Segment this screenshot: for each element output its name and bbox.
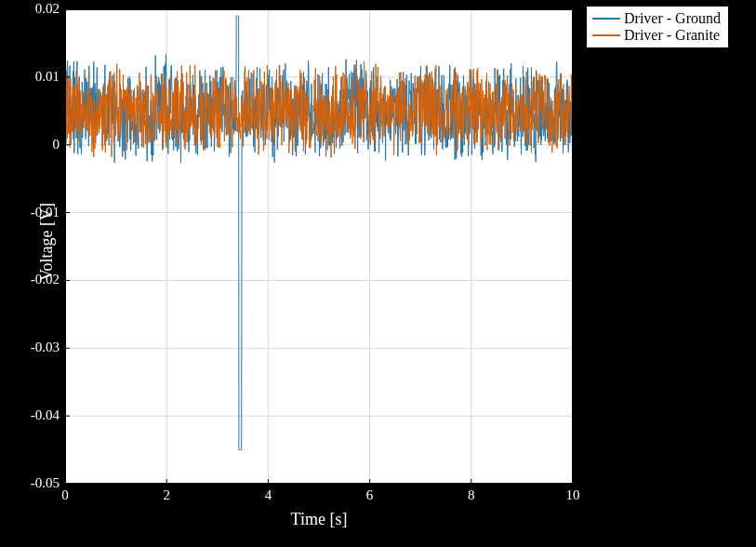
legend-label: Driver - Granite: [624, 27, 720, 44]
legend-item-1: Driver - Granite: [592, 27, 721, 44]
y-tick-label: -0.05: [7, 475, 60, 491]
legend-swatch-icon: [592, 18, 620, 20]
x-tick-label: 6: [366, 487, 374, 503]
legend: Driver - Ground Driver - Granite: [586, 6, 729, 48]
x-tick-label: 8: [468, 487, 475, 503]
legend-item-0: Driver - Ground: [592, 10, 721, 27]
y-tick-label: 0.01: [7, 69, 60, 85]
x-tick-label: 4: [265, 487, 272, 503]
y-axis-label: Voltage [V]: [37, 203, 57, 281]
x-axis-label: Time [s]: [65, 510, 573, 529]
gridlines: [65, 9, 573, 484]
x-tick-label: 0: [61, 487, 69, 503]
y-tick-label: 0.02: [7, 1, 60, 17]
plot-area: [65, 9, 573, 484]
plot-svg: [65, 9, 573, 484]
legend-label: Driver - Ground: [624, 10, 721, 27]
svg-rect-14: [66, 10, 573, 484]
y-tick-label: 0: [7, 137, 60, 153]
axis-frame: [65, 9, 573, 484]
legend-swatch-icon: [592, 34, 620, 36]
x-tick-label: 10: [566, 487, 580, 503]
y-tick-label: -0.04: [7, 407, 60, 423]
chart-container: { "chart_data": { "type": "line", "title…: [0, 0, 756, 547]
x-tick-label: 2: [163, 487, 170, 503]
y-tick-label: -0.03: [7, 340, 60, 355]
series-line-0: [65, 16, 573, 449]
data-series: [65, 16, 573, 449]
